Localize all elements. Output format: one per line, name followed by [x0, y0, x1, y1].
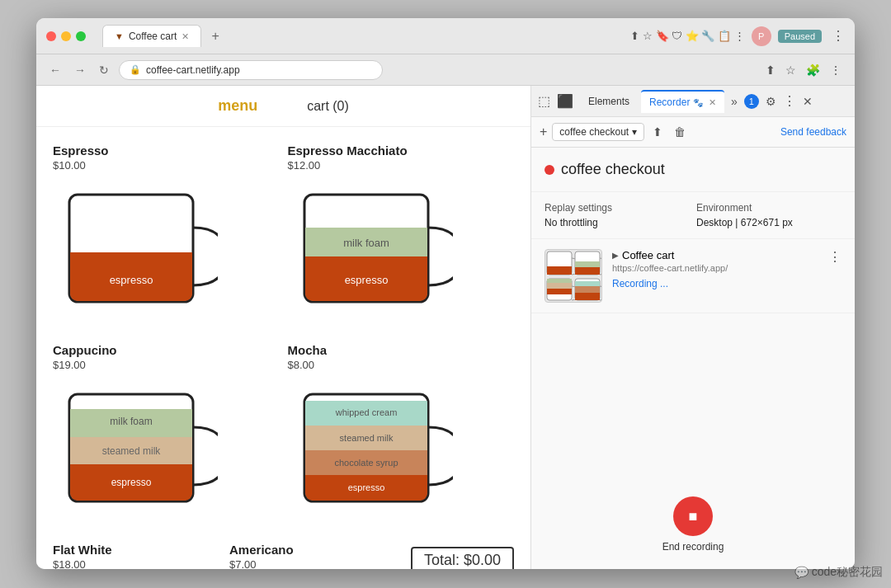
coffee-app: menu cart (0) Espresso $10.00: [36, 86, 531, 569]
coffee-item-macchiato[interactable]: Espresso Macchiato $12.00: [288, 135, 515, 327]
recording-select-value: coffee checkout: [559, 126, 629, 138]
mocha-mug: whipped cream steamed milk chocolate syr…: [288, 378, 453, 518]
url-text: coffee-cart.netlify.app: [146, 64, 240, 76]
traffic-lights: [46, 31, 86, 41]
nav-cart-link[interactable]: cart (0): [307, 99, 349, 114]
add-recording-button[interactable]: +: [540, 125, 547, 139]
recorder-tab-close[interactable]: ✕: [709, 97, 716, 107]
environment-value: Desktop | 672×671 px: [696, 217, 842, 228]
coffee-item-flatwhite[interactable]: Flat White $18.00: [53, 543, 112, 569]
svg-rect-34: [547, 289, 572, 294]
maximize-button[interactable]: [76, 31, 86, 41]
extensions-icon[interactable]: 🧩: [803, 60, 823, 80]
close-button[interactable]: [46, 31, 56, 41]
svg-rect-32: [575, 267, 600, 275]
svg-text:steamed milk: steamed milk: [339, 433, 393, 443]
recording-status: Recording ...: [612, 278, 818, 289]
profile-avatar[interactable]: P: [752, 26, 771, 46]
forward-button[interactable]: →: [71, 60, 89, 80]
reload-button[interactable]: ↻: [96, 60, 112, 80]
mocha-name: Mocha: [288, 343, 515, 357]
coffee-item-cappucino[interactable]: Cappucino $19.00: [53, 335, 280, 526]
macchiato-name: Espresso Macchiato: [288, 143, 515, 158]
cappucino-name: Cappucino: [53, 343, 280, 357]
recording-title: coffee checkout: [544, 161, 842, 178]
espresso-mug: espresso: [53, 178, 218, 318]
throttle-value: No throttling: [544, 217, 690, 228]
content-area: menu cart (0) Espresso $10.00: [36, 86, 855, 569]
mocha-price: $8.00: [288, 359, 515, 371]
environment-settings-group: Environment Desktop | 672×671 px: [696, 202, 842, 228]
recording-section: ▶ Coffee cart https://coffee-cart.netlif…: [531, 239, 855, 313]
cappucino-price: $19.00: [53, 359, 280, 371]
svg-rect-29: [547, 266, 572, 275]
watermark-text: code秘密花园: [812, 565, 883, 580]
recording-info: ▶ Coffee cart https://coffee-cart.netlif…: [612, 249, 818, 289]
flatwhite-name: Flat White: [53, 543, 112, 557]
lock-icon: 🔒: [130, 64, 141, 75]
replay-settings-group: Replay settings No throttling: [544, 202, 690, 228]
devtools-pointer-icon[interactable]: ⬚: [538, 93, 550, 109]
url-bar[interactable]: 🔒 coffee-cart.netlify.app: [119, 60, 383, 80]
svg-text:chocolate syrup: chocolate syrup: [334, 458, 398, 468]
devtools-settings-section: Replay settings No throttling Environmen…: [531, 192, 855, 239]
svg-text:steamed milk: steamed milk: [102, 445, 162, 457]
expand-icon: ▶: [612, 251, 619, 260]
total-badge: Total: $0.00: [411, 547, 514, 570]
svg-rect-31: [575, 261, 600, 267]
tab-bar: ▼ Coffee cart ✕ +: [102, 25, 226, 47]
recording-more-icon[interactable]: ⋮: [828, 249, 842, 265]
coffee-item-mocha[interactable]: Mocha $8.00: [288, 335, 515, 526]
svg-text:whipped cream: whipped cream: [334, 407, 397, 417]
recorder-dog-icon: 🐾: [693, 98, 703, 107]
upload-button[interactable]: ⬆: [649, 122, 666, 142]
select-chevron-icon: ▾: [632, 126, 637, 138]
title-bar: ▼ Coffee cart ✕ + ⬆ ☆ 🔖 🛡 ⭐ 🔧 📋 ⋮ P Paus…: [36, 18, 855, 54]
devtools-panel: ⬚ ⬛ Elements Recorder 🐾 ✕ » 1 ⚙ ⋮ ✕ +: [531, 86, 855, 569]
new-tab-button[interactable]: +: [205, 26, 225, 47]
svg-rect-35: [547, 283, 572, 289]
tab-close-icon[interactable]: ✕: [182, 31, 189, 42]
coffee-nav: menu cart (0): [36, 86, 530, 127]
coffee-item-espresso[interactable]: Espresso $10.00: [53, 135, 280, 327]
macchiato-mug: milk foam espresso: [288, 178, 453, 318]
tab-elements-label: Elements: [588, 96, 629, 107]
macchiato-price: $12.00: [288, 159, 515, 172]
toolbar-actions: ⬆ ☆ 🔖 🛡 ⭐ 🔧 📋 ⋮: [630, 30, 744, 42]
active-tab[interactable]: ▼ Coffee cart ✕: [102, 25, 201, 47]
delete-button[interactable]: 🗑: [671, 122, 689, 142]
devtools-close-icon[interactable]: ✕: [803, 95, 813, 108]
americano-price: $7.00: [229, 558, 294, 569]
recording-select[interactable]: coffee checkout ▾: [552, 123, 644, 141]
end-recording-button[interactable]: ■: [673, 496, 713, 536]
recording-item-name[interactable]: ▶ Coffee cart: [612, 249, 818, 261]
minimize-button[interactable]: [61, 31, 71, 41]
coffee-grid: Espresso $10.00: [36, 127, 530, 534]
more-tabs-icon[interactable]: »: [731, 95, 738, 108]
more-icon[interactable]: ⋮: [827, 60, 845, 80]
nav-menu-link[interactable]: menu: [218, 97, 257, 115]
americano-name: Americano: [229, 543, 294, 557]
paused-badge: Paused: [778, 30, 822, 43]
coffee-item-americano[interactable]: Americano $7.00: [229, 543, 294, 569]
devtools-inspect-icon[interactable]: ⬛: [557, 93, 573, 109]
recording-item-url: https://coffee-cart.netlify.app/: [612, 263, 818, 273]
flatwhite-price: $18.00: [53, 558, 112, 569]
tab-elements[interactable]: Elements: [580, 91, 638, 112]
replay-settings-label: Replay settings: [544, 202, 690, 214]
send-feedback-link[interactable]: Send feedback: [780, 126, 846, 138]
svg-rect-36: [547, 279, 572, 283]
notifications-badge[interactable]: 1: [744, 94, 759, 109]
bookmark-icon[interactable]: ☆: [782, 60, 799, 80]
browser-toolbar: ⬆ ☆ 🧩 ⋮: [762, 60, 845, 80]
espresso-name: Espresso: [53, 143, 280, 158]
devtools-overflow-icon[interactable]: ⋮: [783, 93, 796, 109]
share-icon[interactable]: ⬆: [762, 60, 779, 80]
browser-window: ▼ Coffee cart ✕ + ⬆ ☆ 🔖 🛡 ⭐ 🔧 📋 ⋮ P Paus…: [36, 18, 855, 569]
tab-favicon: ▼: [115, 31, 124, 41]
tab-recorder[interactable]: Recorder 🐾 ✕: [641, 90, 724, 113]
browser-menu-icon[interactable]: ⋮: [832, 28, 845, 44]
devtools-settings-icon[interactable]: ⚙: [766, 95, 776, 108]
back-button[interactable]: ←: [46, 60, 64, 80]
svg-rect-40: [575, 281, 600, 286]
